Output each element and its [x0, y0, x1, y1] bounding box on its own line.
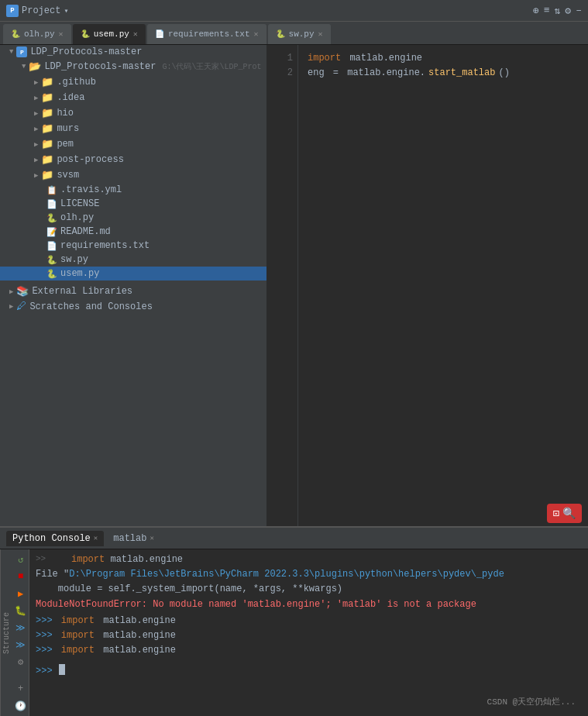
tab-matlab[interactable]: matlab ✕	[107, 531, 160, 546]
chevron-right-icon: ▶	[9, 302, 13, 311]
sidebar-item-olh-py[interactable]: 🐍 olh.py	[0, 211, 266, 225]
sidebar-item-ldp-folder[interactable]: ▼ 📂 LDP_Protocols-master G:\代码\王天家\LDP_P…	[0, 59, 266, 74]
sidebar-item-label: LDP_Protocols-master	[44, 61, 156, 72]
list-icon[interactable]: ≡	[544, 5, 550, 16]
sidebar-item-label: murs	[57, 123, 79, 134]
crop-icon-button[interactable]: ⊡ 🔍	[547, 504, 582, 523]
sidebar-item-readme-md[interactable]: 📝 README.md	[0, 225, 266, 239]
chevron-right-icon: ▶	[34, 156, 38, 164]
settings-icon[interactable]: ⚙	[565, 5, 571, 17]
sidebar-item-label: README.md	[60, 226, 111, 237]
sidebar-item-requirements-txt[interactable]: 📄 requirements.txt	[0, 239, 266, 253]
tab-label: usem.py	[94, 29, 129, 39]
settings-button[interactable]: ⚙	[14, 655, 28, 669]
prompt-symbol: >>>	[36, 643, 53, 658]
sidebar-item-sw-py[interactable]: 🐍 sw.py	[0, 253, 266, 267]
folder-open-icon: 📂	[29, 60, 41, 73]
tab-sw-py[interactable]: 🐍 sw.py ✕	[268, 24, 331, 44]
folder-closed-icon: 📁	[41, 91, 53, 104]
console-text: import	[56, 628, 95, 643]
tab-label: olh.py	[24, 29, 55, 39]
chevron-right-icon: ▶	[34, 94, 38, 102]
sidebar-item-label: .travis.yml	[60, 184, 122, 195]
py-file-icon: 🐍	[46, 213, 57, 223]
library-icon: 📚	[16, 285, 29, 298]
sidebar-item-svsm[interactable]: ▶ 📁 svsm	[0, 167, 266, 183]
sidebar-item-scratches[interactable]: ▶ 🖊 Scratches and Consoles	[0, 299, 266, 314]
minimize-icon[interactable]: –	[576, 5, 582, 16]
console-text: import matlab.engine	[49, 552, 183, 567]
py-file-icon: 🐍	[46, 255, 57, 265]
title-bar: P Project ▾ ⊕ ≡ ⇅ ⚙ –	[0, 0, 588, 22]
sidebar-item-pem[interactable]: ▶ 📁 pem	[0, 136, 266, 152]
sidebar-item-post-process[interactable]: ▶ 📁 post-process	[0, 152, 266, 167]
console-toolbar: ↺ ■ ▶ 🐛 ≫ ≫ ⚙ + 🕐	[12, 549, 29, 716]
console-prompt-line: >>> import matlab.engine	[36, 628, 582, 643]
add-icon[interactable]: ⊕	[533, 5, 539, 17]
project-dropdown-arrow[interactable]: ▾	[64, 6, 68, 15]
chevron-right-icon: ▶	[34, 109, 38, 118]
rerun-button[interactable]: ↺	[14, 552, 28, 566]
console-output-line: module = self._system_import(name, *args…	[36, 582, 582, 597]
module-ref: matlab.engine.	[347, 66, 425, 81]
folder-closed-icon: 📁	[41, 107, 53, 119]
console-body: Structure ↺ ■ ▶ 🐛 ≫ ≫ ⚙ + 🕐 >> import ma…	[0, 549, 588, 716]
keyword-import: import	[308, 51, 341, 66]
md-file-icon: 📝	[46, 227, 57, 237]
variable-name: eng	[308, 66, 325, 81]
execute-button[interactable]: ≫	[14, 621, 28, 635]
title-bar-actions: ⊕ ≡ ⇅ ⚙ –	[533, 5, 582, 17]
sidebar-item-travis-yml[interactable]: 📋 .travis.yml	[0, 183, 266, 197]
tab-bar: 🐍 olh.py ✕ 🐍 usem.py ✕ 📄 requirements.tx…	[0, 22, 588, 45]
tab-requirements-txt[interactable]: 📄 requirements.txt ✕	[147, 24, 266, 44]
sidebar-item-label: svsm	[57, 170, 79, 181]
console-left-side: Structure ↺ ■ ▶ 🐛 ≫ ≫ ⚙ + 🕐	[0, 549, 29, 716]
chevron-right-icon: ▶	[9, 287, 13, 296]
prompt-symbol: >>>	[36, 664, 53, 679]
project-icon: P	[6, 5, 19, 17]
close-icon[interactable]: ✕	[150, 534, 153, 542]
close-icon[interactable]: ✕	[254, 29, 259, 39]
code-line-1: import matlab.engine	[308, 51, 579, 66]
tab-usem-py[interactable]: 🐍 usem.py ✕	[73, 24, 146, 44]
run-button[interactable]: ▶	[14, 587, 28, 601]
module-name: matlab.engine	[344, 51, 422, 66]
close-icon[interactable]: ✕	[59, 29, 64, 39]
sidebar-item-license[interactable]: 📄 LICENSE	[0, 197, 266, 211]
code-editor[interactable]: import matlab.engine eng = matlab.engine…	[298, 45, 588, 526]
sidebar-item-github[interactable]: ▶ 📁 .github	[0, 74, 266, 90]
stop-button[interactable]: ■	[14, 570, 28, 583]
add-button[interactable]: +	[14, 682, 28, 696]
sort-icon[interactable]: ⇅	[555, 5, 561, 17]
tab-olh-py[interactable]: 🐍 olh.py ✕	[3, 24, 71, 44]
debug-button[interactable]: 🐛	[14, 604, 28, 618]
execute2-button[interactable]: ≫	[14, 638, 28, 652]
close-icon[interactable]: ✕	[133, 29, 138, 39]
structure-tab[interactable]: Structure	[0, 549, 12, 716]
cursor-block	[59, 664, 65, 675]
chevron-down-icon: ▼	[22, 63, 26, 71]
folder-path: G:\代码\王天家\LDP_Prot	[162, 61, 261, 72]
project-root-icon: P	[16, 46, 27, 57]
sidebar-item-idea[interactable]: ▶ 📁 .idea	[0, 90, 266, 105]
close-icon[interactable]: ✕	[318, 29, 323, 39]
sidebar-item-external-libraries[interactable]: ▶ 📚 External Libraries	[0, 284, 266, 299]
sidebar-item-murs[interactable]: ▶ 📁 murs	[0, 121, 266, 136]
sidebar-item-hio[interactable]: ▶ 📁 hio	[0, 105, 266, 121]
sidebar-item-project-root[interactable]: ▼ P LDP_Protocols-master	[0, 45, 266, 59]
editor-content[interactable]: 1 2 import matlab.engine eng = matlab.en…	[267, 45, 588, 526]
clock-button[interactable]: 🕐	[14, 699, 28, 713]
sidebar-item-label: .github	[57, 77, 95, 88]
console-text: matlab.engine	[98, 614, 176, 628]
tab-label: sw.py	[289, 29, 315, 39]
console-prompt-line: >>> import matlab.engine	[36, 643, 582, 658]
console-cursor-line[interactable]: >>>	[36, 664, 582, 679]
chevron-down-icon: ▼	[9, 48, 13, 56]
chevron-right-icon: ▶	[34, 171, 38, 180]
folder-closed-icon: 📁	[41, 153, 53, 166]
sidebar-item-label: LICENSE	[60, 198, 99, 209]
sidebar-item-usem-py[interactable]: 🐍 usem.py	[0, 267, 266, 281]
close-icon[interactable]: ✕	[94, 534, 98, 542]
yml-file-icon: 📋	[46, 185, 57, 195]
tab-python-console[interactable]: Python Console ✕	[6, 531, 104, 546]
